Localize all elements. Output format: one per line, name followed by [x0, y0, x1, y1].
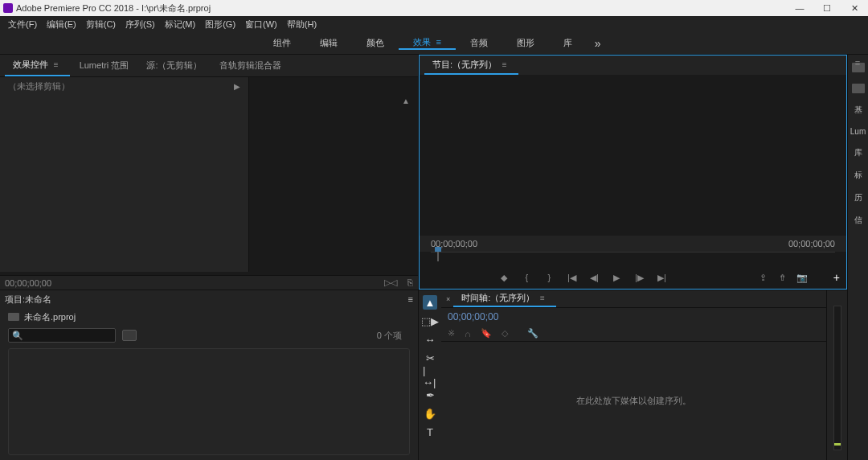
playhead-icon[interactable] [437, 250, 439, 261]
menu-clip[interactable]: 剪辑(C) [81, 18, 121, 31]
slip-tool[interactable]: |↔| [423, 369, 437, 384]
tab-program-monitor[interactable]: 节目:（无序列） ≡ [424, 55, 518, 75]
collapsed-panel-history[interactable]: 历 [854, 192, 862, 203]
selection-tool[interactable]: ▲ [423, 295, 437, 310]
menu-graphics[interactable]: 图形(G) [200, 18, 240, 31]
ripple-edit-tool[interactable]: ↔ [423, 332, 437, 347]
project-search-input[interactable]: 🔍 [8, 328, 116, 343]
tab-lumetri-scopes[interactable]: Lumetri 范围 [72, 55, 137, 76]
timeline-close-icon[interactable]: × [446, 295, 453, 303]
app-logo-icon [3, 3, 13, 13]
project-items-area[interactable] [8, 348, 410, 455]
step-forward-button[interactable]: |▶ [633, 272, 645, 283]
razor-tool[interactable]: ✂ [423, 351, 437, 365]
mark-in-button[interactable]: { [521, 272, 532, 283]
timeline-timecode[interactable]: 00;00;00;00 [448, 311, 498, 322]
hand-tool[interactable]: ✋ [423, 406, 437, 421]
effect-controls-no-clip-label: （未选择剪辑） [8, 80, 70, 92]
project-item-count: 0 个项 [377, 330, 410, 342]
snap-toggle-icon[interactable]: ※ [448, 328, 455, 339]
close-button[interactable]: ✕ [841, 0, 868, 16]
menu-bar: 文件(F) 编辑(E) 剪辑(C) 序列(S) 标记(M) 图形(G) 窗口(W… [0, 16, 868, 32]
timeline-panel: × 时间轴:（无序列） ≡ 00;00;00;00 ※ ∩ 🔖 ◇ 🔧 在此处放… [441, 290, 826, 460]
program-monitor-panel: 节目:（无序列） ≡ 00;00;00;00 00;00;00;00 ◆ { }… [419, 55, 847, 290]
export-frame-icon[interactable]: ⎘ [407, 277, 413, 287]
menu-help[interactable]: 帮助(H) [282, 18, 321, 31]
effect-controls-panel: （未选择剪辑） ▶ ▲ 00;00;00;00 ▷◁ ⎘ [0, 77, 418, 290]
add-marker-icon[interactable]: 🔖 [481, 328, 492, 339]
panel-options-icon[interactable]: ≡ [852, 58, 863, 68]
project-file-name: 未命名.prproj [24, 311, 76, 323]
new-bin-button[interactable] [122, 330, 137, 341]
tab-source-monitor[interactable]: 源:（无剪辑） [138, 55, 210, 76]
timeline-settings-icon[interactable]: ◇ [502, 328, 508, 339]
effect-controls-expand-icon[interactable]: ▶ [234, 82, 240, 91]
play-button[interactable]: ▶ [611, 272, 622, 283]
go-to-in-button[interactable]: |◀ [566, 272, 577, 283]
wrench-icon[interactable]: 🔧 [527, 328, 538, 339]
lift-button[interactable]: ⇪ [758, 272, 769, 283]
collapsed-panel-essential[interactable]: 基 [854, 105, 862, 116]
menu-file[interactable]: 文件(F) [3, 18, 42, 31]
add-marker-button[interactable]: ◆ [498, 272, 510, 283]
workspace-effects[interactable]: 效果 ≡ [399, 36, 456, 50]
linked-selection-icon[interactable]: ∩ [465, 329, 471, 339]
workspace-graphics[interactable]: 图形 [502, 37, 549, 49]
tab-audio-clip-mixer[interactable]: 音轨剪辑混合器 [211, 55, 289, 76]
project-panel-menu-icon[interactable]: ≡ [408, 294, 413, 304]
workspace-assembly[interactable]: 组件 [259, 37, 305, 49]
tools-panel: ▲ ⬚▶ ↔ ✂ |↔| ✒ ✋ T [419, 290, 441, 460]
track-select-tool[interactable]: ⬚▶ [423, 314, 437, 328]
pen-tool[interactable]: ✒ [423, 388, 437, 402]
program-monitor-viewport[interactable] [420, 75, 846, 236]
menu-edit[interactable]: 编辑(E) [42, 18, 81, 31]
collapsed-panel-info[interactable]: 信 [854, 215, 862, 226]
audio-level-indicator [834, 443, 841, 446]
timeline-drop-hint: 在此处放下媒体以创建序列。 [576, 395, 691, 407]
window-title: Adobe Premiere Pro CC 2018 - I:\pr\未命名.p… [16, 2, 786, 14]
collapsed-panel-icon-2[interactable] [852, 84, 865, 93]
extract-button[interactable]: ⇮ [777, 272, 788, 283]
go-to-out-button[interactable]: ▶| [656, 272, 667, 283]
minimize-button[interactable]: — [786, 0, 813, 16]
workspace-libraries[interactable]: 库 [549, 37, 587, 49]
project-search-field[interactable] [27, 329, 115, 342]
right-collapsed-panels: 基 Lum 库 标 历 信 [847, 55, 868, 460]
menu-marker[interactable]: 标记(M) [160, 18, 201, 31]
bin-icon [8, 313, 19, 321]
workspace-bar: 组件 编辑 颜色 效果 ≡ 音频 图形 库 » [0, 32, 868, 55]
collapsed-panel-lumetri[interactable]: Lum [850, 127, 866, 136]
audio-meter-bar[interactable] [833, 306, 841, 450]
effect-controls-collapse-handle[interactable]: ▲ [402, 97, 410, 105]
menu-sequence[interactable]: 序列(S) [121, 18, 160, 31]
project-panel: 项目:未命名 ≡ 未命名.prproj 🔍 0 个项 [0, 290, 418, 460]
maximize-button[interactable]: ☐ [813, 0, 841, 16]
collapsed-panel-libraries[interactable]: 库 [854, 147, 862, 158]
loop-playback-icon[interactable]: ▷◁ [384, 277, 397, 287]
effect-controls-tabset: 效果控件 ≡ Lumetri 范围 源:（无剪辑） 音轨剪辑混合器 [0, 55, 418, 77]
workspace-audio[interactable]: 音频 [456, 37, 502, 49]
collapsed-panel-markers[interactable]: 标 [854, 170, 862, 181]
workspace-overflow-icon[interactable]: » [587, 37, 609, 50]
step-back-button[interactable]: ◀| [588, 272, 600, 283]
tab-timeline[interactable]: 时间轴:（无序列） ≡ [453, 290, 556, 307]
type-tool[interactable]: T [423, 425, 437, 439]
workspace-color[interactable]: 颜色 [352, 37, 399, 49]
button-editor-plus[interactable]: + [827, 271, 846, 284]
project-panel-title[interactable]: 项目:未命名 [5, 294, 51, 306]
menu-window[interactable]: 窗口(W) [240, 18, 282, 31]
program-timecode-right[interactable]: 00;00;00;00 [788, 239, 835, 248]
workspace-editing[interactable]: 编辑 [305, 37, 352, 49]
effect-controls-timecode[interactable]: 00;00;00;00 [5, 278, 51, 288]
program-scrub-bar[interactable] [420, 252, 846, 266]
search-icon: 🔍 [9, 331, 27, 341]
tab-effect-controls[interactable]: 效果控件 ≡ [5, 55, 70, 76]
export-frame-button[interactable]: 📷 [796, 272, 808, 283]
audio-meter-panel [826, 290, 847, 460]
mark-out-button[interactable]: } [543, 272, 555, 283]
timeline-drop-area[interactable]: 在此处放下媒体以创建序列。 [441, 342, 826, 460]
window-titlebar: Adobe Premiere Pro CC 2018 - I:\pr\未命名.p… [0, 0, 868, 16]
